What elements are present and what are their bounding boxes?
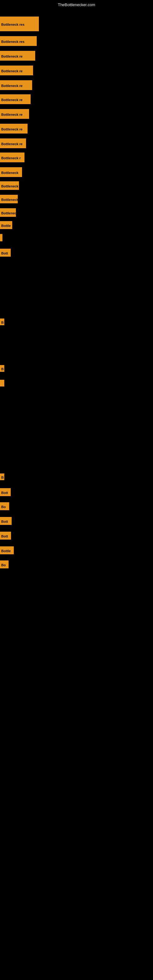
bar-item: [0, 380, 4, 387]
bar-item: Bottle: [0, 546, 14, 554]
bar-item: Bo: [0, 502, 9, 510]
bar-item: Bottleneck r: [0, 153, 24, 162]
bar-item: B: [0, 318, 4, 325]
bar-item: Bottleneck: [0, 181, 19, 190]
bar-item: [0, 234, 2, 241]
bar-item: Bottleneck re: [0, 51, 35, 60]
bar-item: Bo: [0, 560, 9, 568]
bar-item: Bott: [0, 517, 12, 525]
site-title: TheBottlenecker.com: [58, 2, 95, 7]
bar-item: Bottleneck re: [0, 124, 27, 134]
bar-item: Bottleneck re: [0, 80, 32, 90]
bar-item: Bottleneck res: [0, 16, 39, 31]
bar-item: Bottleneck: [0, 208, 16, 217]
bar-item: Bottleneck: [0, 195, 18, 204]
bar-item: Bottleneck re: [0, 94, 30, 104]
bar-item: Bott: [0, 488, 11, 496]
bar-item: Bottle: [0, 221, 12, 229]
bar-item: Bott: [0, 531, 11, 539]
bar-item: B: [0, 365, 4, 372]
bar-item: Bottleneck re: [0, 109, 29, 119]
bar-item: Bottleneck re: [0, 65, 33, 75]
bar-item: Bottleneck: [0, 167, 22, 177]
bar-item: Bott: [0, 249, 11, 257]
bar-item: Bottleneck re: [0, 138, 26, 148]
bar-item: B: [0, 474, 4, 480]
bar-item: Bottleneck res: [0, 36, 37, 46]
